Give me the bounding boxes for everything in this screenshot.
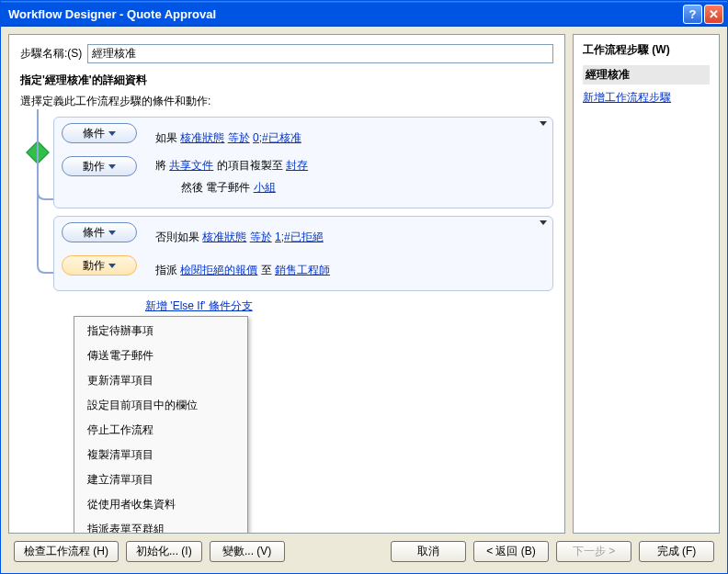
- dest-link[interactable]: 封存: [286, 159, 308, 172]
- menu-item[interactable]: 指派表單至群組: [76, 517, 245, 534]
- window-frame: Workflow Designer - Quote Approval ? ✕ 步…: [0, 0, 728, 574]
- check-workflow-button[interactable]: 檢查工作流程 (H): [14, 541, 119, 562]
- menu-item[interactable]: 指定待辦事項: [76, 319, 245, 343]
- details-title: 指定'經理核准'的詳細資料: [20, 73, 553, 88]
- menu-item[interactable]: 從使用者收集資料: [76, 492, 245, 517]
- close-icon: ✕: [709, 7, 719, 21]
- step-name-row: 步驟名稱:(S): [20, 44, 553, 63]
- chevron-down-icon: [108, 131, 116, 136]
- main-panel: 步驟名稱:(S) 指定'經理核准'的詳細資料 選擇定義此工作流程步驟的條件和動作…: [8, 34, 565, 534]
- branch1-condition-line: 如果 核准狀態 等於 0;#已核准: [155, 129, 543, 147]
- branch-2: 條件 動作 否則如果 核准狀態: [53, 216, 553, 291]
- menu-item[interactable]: 更新清單項目: [76, 368, 245, 393]
- chevron-down-icon: [108, 231, 116, 235]
- help-button[interactable]: ?: [683, 5, 702, 24]
- assignee-link[interactable]: 銷售工程師: [275, 264, 330, 276]
- step-name-label: 步驟名稱:(S): [20, 46, 82, 62]
- task-link[interactable]: 檢閱拒絕的報價: [180, 264, 257, 276]
- side-title: 工作流程步驟 (W): [583, 42, 710, 58]
- operator-link[interactable]: 等於: [250, 231, 272, 243]
- initialize-button[interactable]: 初始化... (I): [126, 541, 202, 562]
- branch1-action1-line: 將 共享文件 的項目複製至 封存: [155, 156, 543, 174]
- dialog-body: 步驟名稱:(S) 指定'經理核准'的詳細資料 選擇定義此工作流程步驟的條件和動作…: [1, 27, 727, 573]
- side-panel: 工作流程步驟 (W) 經理核准 新增工作流程步驟: [573, 34, 720, 534]
- action-dropdown-menu: 指定待辦事項 傳送電子郵件 更新清單項目 設定目前項目中的欄位 停止工作流程 複…: [74, 316, 248, 534]
- back-button[interactable]: < 返回 (B): [473, 541, 549, 562]
- add-else-row: 新增 'Else If' 條件分支: [145, 298, 553, 314]
- close-button[interactable]: ✕: [704, 5, 723, 24]
- chevron-down-icon: [108, 264, 116, 268]
- chevron-down-icon: [108, 164, 116, 169]
- details-subtitle: 選擇定義此工作流程步驟的條件和動作:: [20, 94, 553, 109]
- action-button-label: 動作: [83, 159, 105, 174]
- field-link[interactable]: 核准狀態: [180, 131, 224, 144]
- menu-item[interactable]: 建立清單項目: [76, 467, 245, 492]
- action-button-open[interactable]: 動作: [62, 255, 137, 276]
- condition-button-label: 條件: [83, 126, 105, 141]
- branch2-condition-line: 否則如果 核准狀態 等於 1;#已拒絕: [155, 228, 543, 246]
- add-step-link[interactable]: 新增工作流程步驟: [583, 91, 671, 104]
- window-title: Workflow Designer - Quote Approval: [8, 7, 681, 21]
- field-link[interactable]: 核准狀態: [202, 231, 246, 243]
- operator-link[interactable]: 等於: [228, 131, 250, 144]
- menu-item[interactable]: 設定目前項目中的欄位: [76, 393, 245, 418]
- action-button[interactable]: 動作: [62, 156, 137, 176]
- finish-button[interactable]: 完成 (F): [639, 541, 714, 562]
- branch2-action1-line: 指派 檢閱拒絕的報價 至 銷售工程師: [155, 261, 543, 279]
- branch-diamond-icon: [26, 141, 49, 163]
- variables-button[interactable]: 變數... (V): [210, 541, 285, 562]
- action-button-label: 動作: [83, 258, 105, 274]
- value-link[interactable]: 1;#已拒絕: [275, 231, 324, 243]
- footer: 檢查工作流程 (H) 初始化... (I) 變數... (V) 取消 < 返回 …: [8, 534, 720, 566]
- value-link[interactable]: 0;#已核准: [253, 131, 301, 144]
- side-selected-step[interactable]: 經理核准: [583, 65, 710, 84]
- branch-1: 條件 動作 如果 核准狀態: [53, 117, 553, 208]
- branch1-action2-line: 然後 電子郵件 小組: [155, 178, 543, 197]
- menu-item[interactable]: 複製清單項目: [76, 443, 245, 467]
- next-button: 下一步 >: [556, 541, 631, 562]
- help-icon: ?: [689, 7, 697, 21]
- add-else-if-link[interactable]: 新增 'Else If' 條件分支: [145, 299, 253, 312]
- condition-button[interactable]: 條件: [62, 222, 137, 242]
- email-link[interactable]: 小組: [254, 181, 276, 194]
- titlebar: Workflow Designer - Quote Approval ? ✕: [1, 1, 727, 27]
- source-link[interactable]: 共享文件: [169, 159, 213, 172]
- condition-button-label: 條件: [83, 225, 105, 241]
- menu-item[interactable]: 傳送電子郵件: [76, 343, 245, 368]
- cancel-button[interactable]: 取消: [391, 541, 466, 562]
- branch-chevron-icon[interactable]: [540, 220, 547, 225]
- flow-area: 條件 動作 如果 核准狀態: [20, 117, 553, 314]
- step-name-input[interactable]: [87, 44, 553, 63]
- menu-item[interactable]: 停止工作流程: [76, 418, 245, 443]
- condition-button[interactable]: 條件: [62, 123, 137, 143]
- branch-chevron-icon[interactable]: [540, 121, 547, 126]
